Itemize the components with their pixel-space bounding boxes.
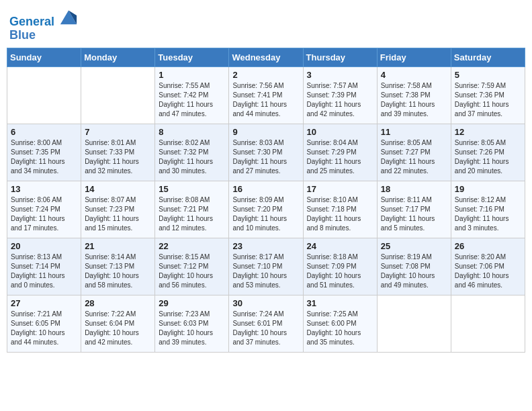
day-number: 23	[232, 241, 299, 251]
calendar-week-2: 6Sunrise: 8:00 AM Sunset: 7:35 PM Daylig…	[7, 124, 525, 181]
calendar-body: 1Sunrise: 7:55 AM Sunset: 7:42 PM Daylig…	[7, 66, 525, 352]
day-number: 3	[307, 70, 373, 80]
calendar-cell: 19Sunrise: 8:12 AM Sunset: 7:16 PM Dayli…	[451, 181, 525, 238]
weekday-header-monday: Monday	[81, 48, 155, 66]
calendar-cell: 15Sunrise: 8:08 AM Sunset: 7:21 PM Dayli…	[155, 181, 229, 238]
day-number: 7	[85, 127, 151, 137]
day-number: 1	[159, 70, 225, 80]
calendar-cell: 6Sunrise: 8:00 AM Sunset: 7:35 PM Daylig…	[7, 124, 81, 181]
calendar-table: SundayMondayTuesdayWednesdayThursdayFrid…	[7, 48, 525, 353]
page-header: General Blue	[7, 7, 525, 42]
calendar-cell: 2Sunrise: 7:56 AM Sunset: 7:41 PM Daylig…	[229, 66, 303, 124]
day-info: Sunrise: 8:10 AM Sunset: 7:18 PM Dayligh…	[307, 195, 373, 233]
day-info: Sunrise: 8:05 AM Sunset: 7:26 PM Dayligh…	[455, 138, 521, 176]
day-number: 10	[307, 127, 373, 137]
calendar-cell: 26Sunrise: 8:20 AM Sunset: 7:06 PM Dayli…	[451, 238, 525, 295]
calendar-cell: 28Sunrise: 7:22 AM Sunset: 6:04 PM Dayli…	[81, 295, 155, 352]
day-info: Sunrise: 8:06 AM Sunset: 7:24 PM Dayligh…	[11, 195, 77, 233]
calendar-cell: 27Sunrise: 7:21 AM Sunset: 6:05 PM Dayli…	[7, 295, 81, 352]
calendar-week-5: 27Sunrise: 7:21 AM Sunset: 6:05 PM Dayli…	[7, 295, 525, 352]
day-number: 9	[232, 127, 299, 137]
day-info: Sunrise: 8:12 AM Sunset: 7:16 PM Dayligh…	[455, 195, 521, 233]
logo-blue: Blue	[9, 28, 36, 42]
day-info: Sunrise: 8:20 AM Sunset: 7:06 PM Dayligh…	[455, 253, 521, 290]
day-number: 8	[159, 127, 225, 137]
day-info: Sunrise: 8:13 AM Sunset: 7:14 PM Dayligh…	[11, 253, 77, 290]
calendar-cell: 5Sunrise: 7:59 AM Sunset: 7:36 PM Daylig…	[451, 66, 525, 124]
calendar-cell: 7Sunrise: 8:01 AM Sunset: 7:33 PM Daylig…	[81, 124, 155, 181]
weekday-header-friday: Friday	[377, 48, 451, 66]
day-info: Sunrise: 7:56 AM Sunset: 7:41 PM Dayligh…	[232, 81, 299, 119]
calendar-cell: 23Sunrise: 8:17 AM Sunset: 7:10 PM Dayli…	[229, 238, 303, 295]
calendar-cell: 17Sunrise: 8:10 AM Sunset: 7:18 PM Dayli…	[303, 181, 377, 238]
calendar-week-4: 20Sunrise: 8:13 AM Sunset: 7:14 PM Dayli…	[7, 238, 525, 295]
calendar-cell: 4Sunrise: 7:58 AM Sunset: 7:38 PM Daylig…	[377, 66, 451, 124]
day-info: Sunrise: 7:55 AM Sunset: 7:42 PM Dayligh…	[159, 81, 225, 119]
day-info: Sunrise: 7:58 AM Sunset: 7:38 PM Dayligh…	[381, 81, 447, 119]
weekday-header-tuesday: Tuesday	[155, 48, 229, 66]
day-info: Sunrise: 8:11 AM Sunset: 7:17 PM Dayligh…	[381, 195, 447, 233]
day-number: 25	[381, 241, 447, 251]
day-number: 12	[455, 127, 521, 137]
logo-general: General	[9, 15, 54, 28]
calendar-cell: 25Sunrise: 8:19 AM Sunset: 7:08 PM Dayli…	[377, 238, 451, 295]
day-info: Sunrise: 8:03 AM Sunset: 7:30 PM Dayligh…	[232, 138, 299, 176]
day-number: 15	[159, 184, 225, 194]
calendar-cell	[7, 66, 81, 124]
day-number: 29	[159, 298, 225, 308]
calendar-cell: 14Sunrise: 8:07 AM Sunset: 7:23 PM Dayli…	[81, 181, 155, 238]
calendar-cell	[81, 66, 155, 124]
day-info: Sunrise: 8:17 AM Sunset: 7:10 PM Dayligh…	[232, 253, 299, 290]
day-number: 27	[11, 298, 77, 308]
calendar-cell: 29Sunrise: 7:23 AM Sunset: 6:03 PM Dayli…	[155, 295, 229, 352]
calendar-cell: 11Sunrise: 8:05 AM Sunset: 7:27 PM Dayli…	[377, 124, 451, 181]
calendar-cell: 12Sunrise: 8:05 AM Sunset: 7:26 PM Dayli…	[451, 124, 525, 181]
day-info: Sunrise: 8:18 AM Sunset: 7:09 PM Dayligh…	[307, 253, 373, 290]
calendar-cell: 21Sunrise: 8:14 AM Sunset: 7:13 PM Dayli…	[81, 238, 155, 295]
day-number: 4	[381, 70, 447, 80]
weekday-header-sunday: Sunday	[7, 48, 81, 66]
weekday-header-wednesday: Wednesday	[229, 48, 303, 66]
day-number: 5	[455, 70, 521, 80]
calendar-week-1: 1Sunrise: 7:55 AM Sunset: 7:42 PM Daylig…	[7, 66, 525, 124]
weekday-header-thursday: Thursday	[303, 48, 377, 66]
day-number: 6	[11, 127, 77, 137]
calendar-cell: 13Sunrise: 8:06 AM Sunset: 7:24 PM Dayli…	[7, 181, 81, 238]
day-number: 26	[455, 241, 521, 251]
day-number: 17	[307, 184, 373, 194]
day-number: 11	[381, 127, 447, 137]
day-number: 19	[455, 184, 521, 194]
day-number: 2	[232, 70, 299, 80]
calendar-cell: 20Sunrise: 8:13 AM Sunset: 7:14 PM Dayli…	[7, 238, 81, 295]
day-info: Sunrise: 8:00 AM Sunset: 7:35 PM Dayligh…	[11, 138, 77, 176]
day-number: 14	[85, 184, 151, 194]
calendar-cell: 22Sunrise: 8:15 AM Sunset: 7:12 PM Dayli…	[155, 238, 229, 295]
calendar-cell	[377, 295, 451, 352]
day-info: Sunrise: 8:14 AM Sunset: 7:13 PM Dayligh…	[85, 253, 151, 290]
day-info: Sunrise: 7:22 AM Sunset: 6:04 PM Dayligh…	[85, 310, 151, 347]
calendar-cell: 8Sunrise: 8:02 AM Sunset: 7:32 PM Daylig…	[155, 124, 229, 181]
weekday-header-row: SundayMondayTuesdayWednesdayThursdayFrid…	[7, 48, 525, 66]
day-info: Sunrise: 7:25 AM Sunset: 6:00 PM Dayligh…	[307, 310, 373, 347]
day-info: Sunrise: 8:01 AM Sunset: 7:33 PM Dayligh…	[85, 138, 151, 176]
calendar-cell	[451, 295, 525, 352]
day-number: 28	[85, 298, 151, 308]
day-number: 16	[232, 184, 299, 194]
day-info: Sunrise: 7:57 AM Sunset: 7:39 PM Dayligh…	[307, 81, 373, 119]
day-info: Sunrise: 8:05 AM Sunset: 7:27 PM Dayligh…	[381, 138, 447, 176]
logo: General Blue	[9, 7, 78, 42]
day-info: Sunrise: 8:09 AM Sunset: 7:20 PM Dayligh…	[232, 195, 299, 233]
logo-icon	[59, 7, 78, 26]
day-info: Sunrise: 7:23 AM Sunset: 6:03 PM Dayligh…	[159, 310, 225, 347]
calendar-cell: 18Sunrise: 8:11 AM Sunset: 7:17 PM Dayli…	[377, 181, 451, 238]
day-number: 20	[11, 241, 77, 251]
day-info: Sunrise: 8:15 AM Sunset: 7:12 PM Dayligh…	[159, 253, 225, 290]
day-info: Sunrise: 8:08 AM Sunset: 7:21 PM Dayligh…	[159, 195, 225, 233]
day-number: 31	[307, 298, 373, 308]
calendar-cell: 30Sunrise: 7:24 AM Sunset: 6:01 PM Dayli…	[229, 295, 303, 352]
day-info: Sunrise: 8:02 AM Sunset: 7:32 PM Dayligh…	[159, 138, 225, 176]
day-number: 18	[381, 184, 447, 194]
calendar-cell: 9Sunrise: 8:03 AM Sunset: 7:30 PM Daylig…	[229, 124, 303, 181]
day-number: 24	[307, 241, 373, 251]
day-number: 22	[159, 241, 225, 251]
